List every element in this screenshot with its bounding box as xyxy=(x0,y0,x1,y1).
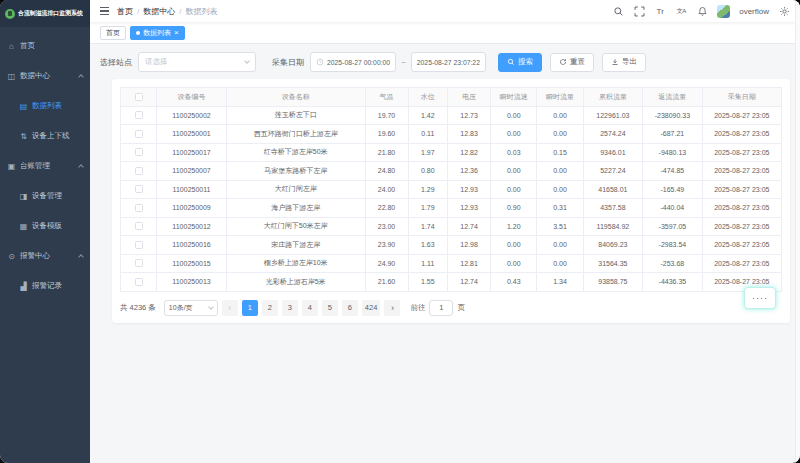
notification-bell-icon[interactable] xyxy=(696,5,708,17)
table-cell: 24.80 xyxy=(365,162,408,181)
tab-item[interactable]: 首页 xyxy=(100,26,126,40)
page-size-select[interactable]: 10条/页 xyxy=(164,300,218,316)
prev-page-button[interactable]: ‹ xyxy=(222,300,238,316)
table-row[interactable]: 1100250009海户路下游左岸22.801.7912.930.900.314… xyxy=(121,199,782,218)
table-cell: 1100250011 xyxy=(157,180,226,199)
chevron-down-icon xyxy=(244,58,250,64)
device-template-icon: ▦ xyxy=(19,222,28,231)
table-cell: 西五环路衙门口桥上游左岸 xyxy=(226,125,365,144)
username-label[interactable]: overflow xyxy=(739,7,769,16)
table-cell: 0.00 xyxy=(537,254,583,273)
table-row[interactable]: 1100250016宋庄路下游左岸23.901.6312.980.000.008… xyxy=(121,236,782,255)
sidebar-item-ledger[interactable]: ▣台账管理 xyxy=(0,151,90,181)
scrollbar[interactable] xyxy=(795,0,800,463)
table-cell: 2025-08-27 23:05 xyxy=(702,199,781,218)
breadcrumb-separator: / xyxy=(137,7,139,16)
date-end-input[interactable]: 2025-08-27 23:07:22 xyxy=(411,52,486,72)
sidebar-item-device-manage[interactable]: ◨设备管理 xyxy=(0,181,90,211)
table-cell: 大红门闸左岸 xyxy=(226,180,365,199)
table-cell: 21.60 xyxy=(365,273,408,292)
sidebar-item-alarm-record[interactable]: ▟报警记录 xyxy=(0,271,90,301)
table-cell: 122961.03 xyxy=(583,106,642,125)
table-cell: 榴乡桥上游左岸10米 xyxy=(226,254,365,273)
row-checkbox[interactable] xyxy=(135,167,143,175)
row-checkbox[interactable] xyxy=(135,241,143,249)
table-cell: 1.79 xyxy=(408,199,448,218)
sidebar-menu: ⌂首页◫数据中心▤数据列表⇅设备上下线▣台账管理◨设备管理▦设备模版⊙报警中心▟… xyxy=(0,27,90,301)
search-icon[interactable] xyxy=(612,5,624,17)
goto-label: 前往 xyxy=(410,303,425,313)
station-select[interactable]: 请选择 xyxy=(138,52,256,72)
select-all-checkbox[interactable] xyxy=(135,93,143,101)
row-checkbox[interactable] xyxy=(135,278,143,286)
table-cell: -687.21 xyxy=(643,125,702,144)
column-header: 瞬时流量 xyxy=(537,88,583,107)
goto-page-input[interactable] xyxy=(429,300,453,316)
row-checkbox[interactable] xyxy=(135,185,143,193)
table-row[interactable]: 1100250002莲玉桥左下口19.701.4212.730.000.0012… xyxy=(121,106,782,125)
page-button-424[interactable]: 424 xyxy=(362,300,381,316)
table-cell: 莲玉桥左下口 xyxy=(226,106,365,125)
row-checkbox[interactable] xyxy=(135,148,143,156)
sidebar-item-data-center[interactable]: ◫数据中心 xyxy=(0,61,90,91)
table-cell: -474.85 xyxy=(643,162,702,181)
font-size-icon[interactable]: Tr xyxy=(654,5,666,17)
active-dot-icon xyxy=(136,31,140,35)
table-cell: 0.00 xyxy=(491,125,537,144)
language-icon[interactable]: 文A xyxy=(675,5,687,17)
date-start-input[interactable]: 2025-08-27 00:00:00 xyxy=(310,52,396,72)
table-row[interactable]: 1100250013光彩桥上游右岸5米21.601.5512.740.431.3… xyxy=(121,273,782,292)
search-button[interactable]: 搜索 xyxy=(498,53,542,72)
sidebar-item-device-updown[interactable]: ⇅设备上下线 xyxy=(0,121,90,151)
sidebar-item-data-list[interactable]: ▤数据列表 xyxy=(0,91,90,121)
table-cell: 1.34 xyxy=(537,273,583,292)
table-row[interactable]: 1100250001西五环路衙门口桥上游左岸19.600.1112.830.00… xyxy=(121,125,782,144)
sidebar-item-device-template[interactable]: ▦设备模版 xyxy=(0,211,90,241)
row-checkbox[interactable] xyxy=(135,204,143,212)
breadcrumb-item[interactable]: 数据中心 xyxy=(143,6,175,17)
table-cell: 12.74 xyxy=(448,273,491,292)
export-button[interactable]: 导出 xyxy=(602,53,646,72)
sidebar-collapse-icon[interactable] xyxy=(100,7,109,15)
table-cell: 1.42 xyxy=(408,106,448,125)
table-row[interactable]: 1100250015榴乡桥上游左岸10米24.901.1112.810.000.… xyxy=(121,254,782,273)
breadcrumb-item[interactable]: 首页 xyxy=(117,6,133,17)
tab-active[interactable]: 数据列表× xyxy=(130,26,185,40)
row-checkbox[interactable] xyxy=(135,111,143,119)
alarm-center-icon: ⊙ xyxy=(7,252,16,261)
page-button-1[interactable]: 1 xyxy=(242,300,258,316)
next-page-button[interactable]: › xyxy=(384,300,400,316)
sidebar-item-alarm-center[interactable]: ⊙报警中心 xyxy=(0,241,90,271)
fullscreen-icon[interactable] xyxy=(633,5,645,17)
page-button-4[interactable]: 4 xyxy=(302,300,318,316)
user-avatar[interactable] xyxy=(717,5,730,18)
close-icon[interactable]: × xyxy=(174,29,179,37)
home-icon: ⌂ xyxy=(7,42,16,51)
station-select-placeholder: 请选择 xyxy=(145,57,168,67)
tabs-bar: 首页数据列表× xyxy=(90,22,800,44)
more-actions-button[interactable]: ···· xyxy=(744,287,776,309)
sidebar-item-label: 数据列表 xyxy=(32,101,62,111)
row-checkbox[interactable] xyxy=(135,259,143,267)
page-button-5[interactable]: 5 xyxy=(322,300,338,316)
goto-suffix-label: 页 xyxy=(457,303,465,313)
table-row[interactable]: 1100250007马家堡东路桥下左岸24.800.8012.360.000.0… xyxy=(121,162,782,181)
row-checkbox[interactable] xyxy=(135,222,143,230)
table-cell: 0.11 xyxy=(408,125,448,144)
settings-gear-icon[interactable] xyxy=(778,5,790,17)
sidebar-item-home[interactable]: ⌂首页 xyxy=(0,31,90,61)
pagination: 共 4236 条 10条/页 ‹ 123456424 › 前往 页 xyxy=(120,300,782,316)
reset-button[interactable]: 重置 xyxy=(550,53,594,72)
row-checkbox[interactable] xyxy=(135,130,143,138)
table-row[interactable]: 1100250012大红门闸下50米左岸23.001.7412.741.203.… xyxy=(121,217,782,236)
table-row[interactable]: 1100250011大红门闸左岸24.001.2912.930.000.0041… xyxy=(121,180,782,199)
page-button-6[interactable]: 6 xyxy=(342,300,358,316)
table-cell: 12.93 xyxy=(448,180,491,199)
table-cell: 0.00 xyxy=(537,162,583,181)
table-cell: 0.00 xyxy=(537,236,583,255)
page-button-2[interactable]: 2 xyxy=(262,300,278,316)
table-row[interactable]: 1100250017红寺桥下游左岸50米21.801.9712.820.030.… xyxy=(121,143,782,162)
row-select-cell xyxy=(121,236,157,255)
page-button-3[interactable]: 3 xyxy=(282,300,298,316)
app-root: 合流制溢流排口监测系统 ⌂首页◫数据中心▤数据列表⇅设备上下线▣台账管理◨设备管… xyxy=(0,0,800,463)
